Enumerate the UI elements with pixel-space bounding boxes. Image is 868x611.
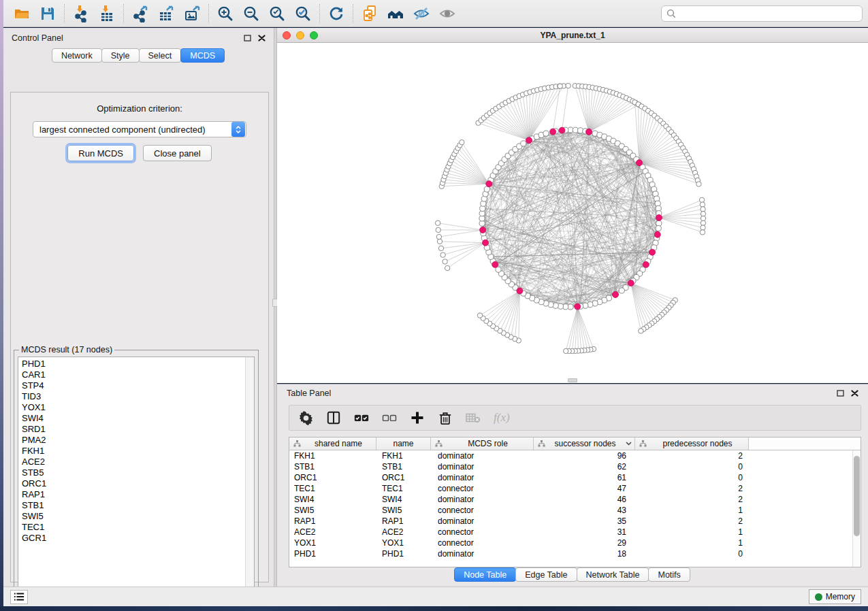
mcds-result-item[interactable]: TEC1 bbox=[18, 522, 245, 533]
tab-node-table[interactable]: Node Table bbox=[454, 567, 516, 582]
show-all-button[interactable] bbox=[434, 3, 460, 24]
column-header-name[interactable]: name bbox=[376, 437, 431, 450]
network-canvas[interactable] bbox=[277, 43, 868, 383]
function-builder-button[interactable]: f(x) bbox=[494, 410, 510, 425]
refresh-layout-button[interactable] bbox=[323, 3, 349, 24]
network-node[interactable] bbox=[700, 230, 705, 235]
network-node[interactable] bbox=[656, 226, 661, 231]
zoom-fit-button[interactable] bbox=[264, 3, 290, 24]
table-row[interactable]: YOX1YOX1connector291 bbox=[289, 538, 852, 548]
float-panel-icon[interactable] bbox=[244, 35, 251, 42]
mcds-result-item[interactable]: RAP1 bbox=[18, 489, 245, 500]
save-session-button[interactable] bbox=[35, 3, 61, 24]
table-row[interactable]: ACE2ACE2connector311 bbox=[289, 527, 852, 538]
mcds-result-item[interactable]: PHD1 bbox=[18, 359, 245, 369]
network-node[interactable] bbox=[436, 234, 441, 239]
zoom-out-button[interactable] bbox=[238, 3, 264, 24]
network-node[interactable] bbox=[564, 348, 568, 353]
import-table-button[interactable] bbox=[94, 3, 120, 24]
search-field[interactable] bbox=[661, 5, 863, 22]
sort-chevron-icon[interactable] bbox=[626, 442, 632, 446]
clear-selection-button[interactable] bbox=[382, 410, 397, 425]
delete-table-button[interactable] bbox=[466, 410, 481, 425]
close-panel-icon[interactable] bbox=[851, 390, 858, 397]
mcds-result-item[interactable]: TID3 bbox=[18, 391, 245, 402]
table-row[interactable]: SWI4SWI4dominator462 bbox=[289, 494, 852, 505]
tab-network[interactable]: Network bbox=[52, 48, 102, 63]
table-row[interactable]: ORC1ORC1dominator610 bbox=[289, 472, 852, 483]
first-neighbors-button[interactable] bbox=[383, 3, 408, 24]
mcds-network-node[interactable] bbox=[613, 292, 619, 298]
zoom-in-button[interactable] bbox=[212, 3, 238, 24]
table-settings-button[interactable] bbox=[298, 410, 313, 425]
export-network-button[interactable] bbox=[127, 3, 153, 24]
mcds-result-item[interactable]: STB5 bbox=[18, 467, 245, 478]
open-file-button[interactable] bbox=[9, 3, 35, 24]
mcds-network-node[interactable] bbox=[480, 227, 486, 233]
mcds-list-scrollbar[interactable] bbox=[245, 357, 254, 593]
close-panel-icon[interactable] bbox=[258, 35, 266, 42]
network-node[interactable] bbox=[696, 182, 701, 186]
table-row[interactable]: TEC1TEC1connector472 bbox=[289, 483, 852, 494]
network-node[interactable] bbox=[699, 197, 704, 202]
tab-motifs[interactable]: Motifs bbox=[648, 567, 690, 582]
network-node[interactable] bbox=[701, 212, 705, 216]
tab-select[interactable]: Select bbox=[139, 48, 182, 63]
table-row[interactable]: SWI5SWI5connector431 bbox=[289, 505, 852, 516]
network-node[interactable] bbox=[701, 225, 705, 230]
table-row[interactable]: PHD1PHD1dominator180 bbox=[289, 548, 852, 559]
table-row[interactable]: STB1STB1dominator620 bbox=[289, 461, 852, 472]
column-header-MCDS-role[interactable]: MCDS role bbox=[431, 437, 534, 450]
network-node[interactable] bbox=[701, 207, 705, 212]
mcds-result-item[interactable]: SRD1 bbox=[18, 424, 245, 435]
mcds-network-node[interactable] bbox=[643, 261, 649, 267]
import-network-button[interactable] bbox=[68, 3, 94, 24]
tab-network-table[interactable]: Network Table bbox=[577, 567, 649, 582]
network-node[interactable] bbox=[435, 220, 440, 225]
delete-row-button[interactable] bbox=[438, 410, 453, 425]
mcds-result-item[interactable]: ACE2 bbox=[18, 457, 245, 467]
mcds-network-node[interactable] bbox=[517, 288, 523, 294]
close-panel-button[interactable]: Close panel bbox=[143, 145, 212, 161]
mcds-network-node[interactable] bbox=[637, 160, 643, 166]
search-input[interactable] bbox=[679, 9, 857, 18]
float-panel-icon[interactable] bbox=[837, 390, 844, 397]
mcds-result-item[interactable]: ORC1 bbox=[18, 478, 245, 489]
mcds-result-item[interactable]: CAR1 bbox=[18, 369, 245, 380]
mcds-result-item[interactable]: STP4 bbox=[18, 380, 245, 391]
network-node[interactable] bbox=[701, 220, 705, 225]
network-node[interactable] bbox=[477, 313, 482, 318]
run-mcds-button[interactable]: Run MCDS bbox=[67, 145, 134, 161]
mcds-network-node[interactable] bbox=[628, 280, 634, 286]
mcds-result-item[interactable]: FKH1 bbox=[18, 446, 245, 457]
network-node[interactable] bbox=[440, 252, 445, 257]
network-node[interactable] bbox=[437, 239, 442, 244]
add-row-button[interactable] bbox=[410, 410, 425, 425]
mcds-result-item[interactable]: SWI4 bbox=[18, 413, 245, 424]
memory-button[interactable]: Memory bbox=[809, 589, 861, 604]
network-node[interactable] bbox=[484, 186, 489, 192]
network-node[interactable] bbox=[700, 202, 705, 207]
network-node[interactable] bbox=[558, 84, 562, 88]
mcds-network-node[interactable] bbox=[559, 127, 565, 133]
table-row[interactable]: FKH1FKH1dominator962 bbox=[289, 450, 852, 461]
mcds-result-item[interactable]: SWI5 bbox=[18, 511, 245, 522]
mcds-network-node[interactable] bbox=[586, 129, 592, 135]
column-header-shared-name[interactable]: shared name bbox=[289, 437, 376, 450]
hide-selected-button[interactable] bbox=[408, 3, 434, 24]
export-image-button[interactable] bbox=[179, 3, 205, 24]
tab-mcds[interactable]: MCDS bbox=[180, 48, 225, 63]
network-node[interactable] bbox=[521, 141, 526, 146]
network-node[interactable] bbox=[566, 83, 570, 88]
mcds-network-node[interactable] bbox=[575, 303, 581, 310]
network-node[interactable] bbox=[445, 265, 450, 270]
network-node[interactable] bbox=[443, 259, 447, 264]
mcds-network-node[interactable] bbox=[654, 231, 660, 237]
network-node[interactable] bbox=[639, 329, 643, 333]
table-row[interactable]: RAP1RAP1dominator352 bbox=[289, 516, 852, 527]
mcds-network-node[interactable] bbox=[526, 137, 532, 144]
tab-edge-table[interactable]: Edge Table bbox=[515, 567, 577, 582]
horizontal-splitter-handle[interactable] bbox=[568, 378, 577, 382]
column-header-predecessor-nodes[interactable]: predecessor nodes bbox=[635, 437, 749, 450]
column-header-successor-nodes[interactable]: successor nodes bbox=[534, 437, 635, 450]
